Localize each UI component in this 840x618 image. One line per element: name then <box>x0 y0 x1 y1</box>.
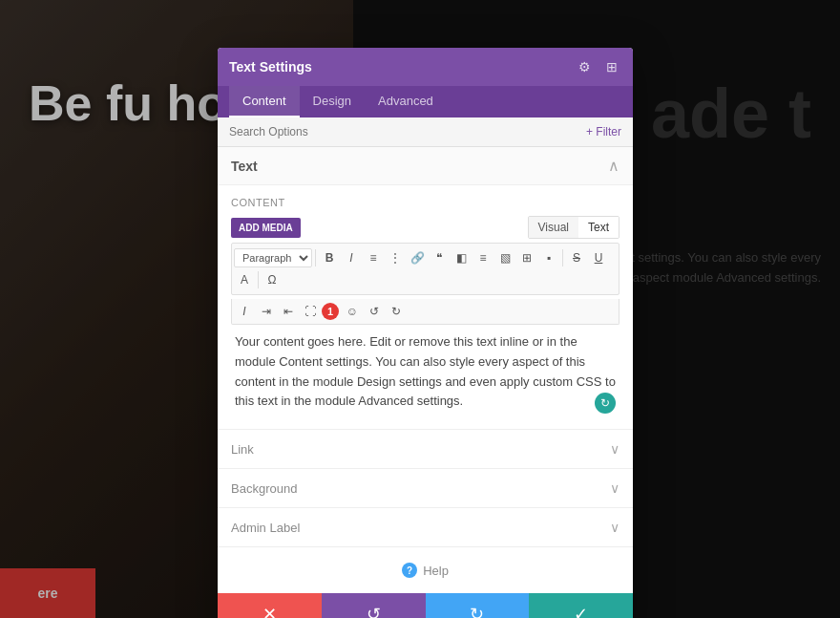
toolbar-separator-3 <box>258 271 259 288</box>
background-chevron-icon: ∨ <box>610 480 620 496</box>
filter-button[interactable]: + Filter <box>586 125 621 139</box>
admin-label-section: Admin Label ∨ <box>218 508 633 547</box>
modal-header-actions: ⚙ ⊞ <box>575 57 621 76</box>
expand-icon-button[interactable]: ⊞ <box>602 57 621 76</box>
content-area: Content ADD MEDIA Visual Text Paragraph … <box>218 185 633 430</box>
text-tab[interactable]: Text <box>578 217 619 238</box>
paragraph-select[interactable]: Paragraph <box>234 248 312 267</box>
text-color-button[interactable]: A <box>234 269 255 290</box>
link-chevron-icon: ∨ <box>610 441 620 457</box>
align-right-button[interactable]: ▧ <box>494 247 515 268</box>
indent-increase-button[interactable]: ⇥ <box>256 301 277 322</box>
blockquote-button[interactable]: ❝ <box>429 247 450 268</box>
text-section-title: Text <box>231 159 258 174</box>
redo-button[interactable]: ↻ <box>426 593 530 618</box>
editor-body-text: Your content goes here. Edit or remove t… <box>235 334 616 408</box>
tab-content[interactable]: Content <box>229 86 300 117</box>
add-media-button[interactable]: ADD MEDIA <box>231 218 301 238</box>
link-section-header[interactable]: Link ∨ <box>218 430 633 468</box>
admin-label-chevron-icon: ∨ <box>610 520 620 535</box>
settings-icon-button[interactable]: ⚙ <box>575 57 595 76</box>
editor-toolbar-row3: I ⇥ ⇤ ⛶ 1 ☺ ↺ ↻ <box>231 299 620 325</box>
help-icon: ? <box>402 563 417 578</box>
indent-decrease-button[interactable]: I <box>234 301 255 322</box>
more-button[interactable]: ▪ <box>538 247 559 268</box>
modal-footer: ✕ ↺ ↻ ✓ <box>218 593 633 618</box>
text-section-toggle[interactable]: ∧ <box>608 157 620 175</box>
strikethrough-button[interactable]: S <box>566 247 587 268</box>
help-text[interactable]: Help <box>423 564 449 578</box>
visual-tab[interactable]: Visual <box>529 217 578 238</box>
undo-button[interactable]: ↺ <box>322 593 426 618</box>
tab-design[interactable]: Design <box>300 86 365 117</box>
modal-tabs: Content Design Advanced <box>218 86 633 117</box>
special-char-button[interactable]: Ω <box>262 269 283 290</box>
tab-advanced[interactable]: Advanced <box>365 86 447 117</box>
indent-button-2[interactable]: ⇤ <box>278 301 299 322</box>
content-label: Content <box>231 197 620 208</box>
align-left-button[interactable]: ◧ <box>451 247 472 268</box>
badge-1: 1 <box>322 303 339 320</box>
undo-toolbar-button[interactable]: ↺ <box>364 301 385 322</box>
search-input[interactable] <box>229 125 586 139</box>
link-section-title: Link <box>231 442 254 457</box>
background-section-title: Background <box>231 481 297 496</box>
toolbar-separator-1 <box>315 249 316 266</box>
refresh-button[interactable]: ↻ <box>595 393 616 414</box>
ordered-list-button[interactable]: ⋮ <box>385 247 406 268</box>
link-section: Link ∨ <box>218 430 633 469</box>
toolbar-separator-2 <box>562 249 563 266</box>
fullscreen-button[interactable]: ⛶ <box>300 301 321 322</box>
underline-button[interactable]: U <box>588 247 609 268</box>
italic-button[interactable]: I <box>341 247 362 268</box>
visual-text-tabs: Visual Text <box>528 216 620 239</box>
admin-label-section-header[interactable]: Admin Label ∨ <box>218 508 633 546</box>
editor-toolbar-top: ADD MEDIA Visual Text <box>231 216 620 239</box>
align-center-button[interactable]: ≡ <box>472 247 494 268</box>
modal-header: Text Settings ⚙ ⊞ <box>218 48 633 86</box>
text-section-header: Text ∧ <box>218 147 633 185</box>
table-button[interactable]: ⊞ <box>516 247 537 268</box>
confirm-button[interactable]: ✓ <box>529 593 633 618</box>
background-section-header[interactable]: Background ∨ <box>218 469 633 507</box>
modal-body: Text ∧ Content ADD MEDIA Visual Text Par… <box>218 147 633 593</box>
unordered-list-button[interactable]: ≡ <box>363 247 384 268</box>
modal-title: Text Settings <box>229 59 312 75</box>
cancel-button[interactable]: ✕ <box>218 593 322 618</box>
emoji-button[interactable]: ☺ <box>342 301 363 322</box>
background-section: Background ∨ <box>218 469 633 508</box>
bold-button[interactable]: B <box>319 247 340 268</box>
redo-toolbar-button[interactable]: ↻ <box>386 301 407 322</box>
link-button[interactable]: 🔗 <box>407 247 428 268</box>
search-bar: + Filter <box>218 117 633 147</box>
text-settings-modal: Text Settings ⚙ ⊞ Content Design Advance… <box>218 48 633 618</box>
editor-toolbar-row2: Paragraph B I ≡ ⋮ 🔗 ❝ ◧ ≡ ▧ ⊞ ▪ S U A Ω <box>231 243 620 295</box>
text-content-editor[interactable]: Your content goes here. Edit or remove t… <box>231 327 620 417</box>
help-row: ? Help <box>218 547 633 593</box>
admin-label-section-title: Admin Label <box>231 521 300 535</box>
